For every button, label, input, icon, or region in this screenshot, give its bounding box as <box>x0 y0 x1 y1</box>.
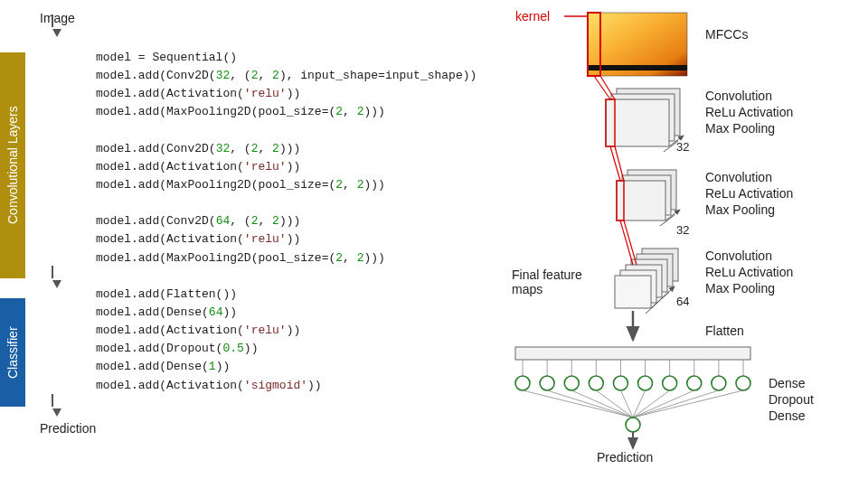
svg-line-33 <box>523 390 633 418</box>
svg-point-38 <box>564 376 579 390</box>
svg-point-32 <box>515 376 530 390</box>
conv-stack-1 <box>606 89 684 152</box>
svg-line-45 <box>620 390 633 418</box>
svg-rect-1 <box>588 65 687 70</box>
output-node <box>626 418 640 432</box>
conv-stack-2 <box>617 170 680 226</box>
code-block: model = Sequential() model.add(Conv2D(32… <box>96 49 476 395</box>
svg-line-48 <box>633 390 646 418</box>
arrow-down-icon <box>52 408 61 417</box>
flatten-bar <box>515 347 750 360</box>
left-panel: Image Convolutional Layers Classifier Pr… <box>0 0 470 488</box>
svg-line-54 <box>633 390 694 418</box>
conv-stack-3 <box>615 249 678 314</box>
svg-point-44 <box>613 376 627 390</box>
conv-layers-bar: Convolutional Layers <box>0 52 25 278</box>
svg-point-56 <box>712 376 726 390</box>
svg-rect-25 <box>615 276 651 308</box>
classifier-bar: Classifier <box>0 298 25 407</box>
svg-line-57 <box>633 390 719 418</box>
arrow-down-icon <box>52 29 61 37</box>
svg-point-50 <box>663 376 677 390</box>
svg-point-47 <box>638 376 653 390</box>
svg-point-59 <box>736 376 750 390</box>
output-label: Prediction <box>40 421 96 436</box>
right-diagram: kernel MFCCs Convolution ReLu Activation… <box>470 0 868 488</box>
svg-line-39 <box>571 390 633 418</box>
svg-point-35 <box>540 376 554 390</box>
svg-line-28 <box>620 221 633 265</box>
svg-point-53 <box>687 376 702 390</box>
svg-line-18 <box>610 146 620 181</box>
svg-point-41 <box>589 376 603 390</box>
svg-line-29 <box>624 221 637 265</box>
svg-line-36 <box>547 390 633 418</box>
svg-line-60 <box>633 390 743 418</box>
dense-layer <box>515 360 750 418</box>
arrow-down-icon <box>52 280 61 288</box>
architecture-svg <box>470 0 868 488</box>
input-label: Image <box>40 11 75 25</box>
svg-line-19 <box>615 146 624 181</box>
